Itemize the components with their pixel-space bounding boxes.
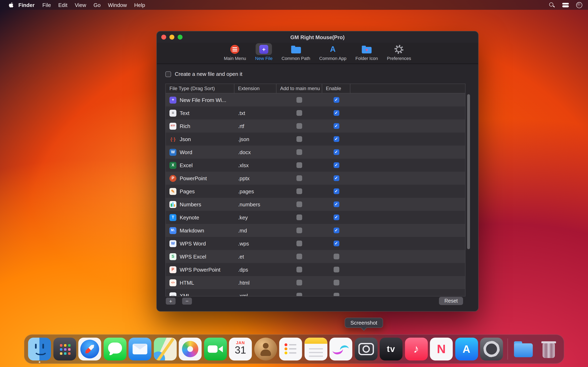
add-to-main-menu-checkbox[interactable] [296, 201, 302, 207]
minimize-button[interactable] [169, 35, 174, 40]
dock-freeform[interactable] [329, 338, 352, 360]
dock-launchpad[interactable] [53, 338, 76, 360]
dock-photos[interactable] [179, 338, 202, 360]
enable-checkbox[interactable]: ✓ [333, 241, 339, 246]
tab-folder-icon[interactable]: ♥Folder Icon [354, 43, 380, 61]
add-to-main-menu-checkbox[interactable] [296, 280, 302, 285]
table-scrollbar[interactable] [467, 94, 470, 249]
add-to-main-menu-checkbox[interactable] [296, 175, 302, 181]
add-to-main-menu-checkbox[interactable] [296, 110, 302, 116]
menu-window[interactable]: Window [108, 2, 127, 8]
table-row[interactable]: ≡Text.txt✓ [166, 106, 465, 119]
search-icon[interactable] [549, 2, 555, 8]
menu-view[interactable]: View [75, 2, 86, 8]
enable-checkbox[interactable]: ✓ [333, 188, 339, 194]
column-header[interactable]: Enable [322, 84, 350, 93]
apple-menu-icon[interactable] [8, 2, 14, 8]
dock-facetime[interactable] [204, 338, 227, 360]
table-row[interactable]: ✎Pages.pages✓ [166, 185, 465, 198]
dock-downloads[interactable] [512, 338, 535, 360]
enable-checkbox[interactable]: ✓ [333, 227, 339, 233]
enable-checkbox[interactable]: ✓ [333, 175, 339, 181]
add-to-main-menu-checkbox[interactable] [296, 162, 302, 168]
dock-appletv[interactable]: tv [380, 338, 403, 360]
remove-row-button[interactable]: − [182, 298, 192, 305]
tab-preferences[interactable]: Preferences [385, 43, 413, 61]
enable-checkbox[interactable] [333, 293, 339, 296]
dock-mail[interactable] [129, 338, 151, 360]
add-to-main-menu-checkbox[interactable] [296, 123, 302, 129]
enable-checkbox[interactable] [333, 267, 339, 272]
add-to-main-menu-checkbox[interactable] [296, 215, 302, 220]
dock-appstore[interactable]: A [455, 338, 478, 360]
dock-messages[interactable] [104, 338, 126, 360]
close-button[interactable] [161, 35, 166, 40]
table-row[interactable]: WWord.docx✓ [166, 146, 465, 159]
enable-checkbox[interactable]: ✓ [333, 215, 339, 220]
dock-safari[interactable] [78, 338, 101, 360]
active-app-name[interactable]: Finder [18, 2, 35, 8]
add-to-main-menu-checkbox[interactable] [296, 149, 302, 155]
tab-new-file[interactable]: +New File [253, 43, 275, 61]
control-center-icon[interactable] [562, 3, 569, 7]
column-header[interactable]: Add to main menu [277, 84, 322, 93]
add-to-main-menu-checkbox[interactable] [296, 293, 302, 296]
table-row[interactable]: <>XML.xml [166, 289, 465, 296]
table-row[interactable]: {·}Json.json✓ [166, 133, 465, 146]
menu-help[interactable]: Help [134, 2, 145, 8]
table-row[interactable]: SWPS Excel.et [166, 250, 465, 263]
enable-checkbox[interactable]: ✓ [333, 97, 339, 103]
table-row[interactable]: +New File From Wi...✓ [166, 93, 465, 106]
table-row[interactable]: Numbers.numbers✓ [166, 198, 465, 211]
dock-notes[interactable] [304, 338, 327, 360]
tab-common-app[interactable]: ACommon App [317, 43, 348, 61]
reset-button[interactable]: Reset [439, 297, 463, 305]
dock-reminders[interactable] [279, 338, 302, 360]
table-row[interactable]: TKeynote.key✓ [166, 211, 465, 224]
dock-contacts[interactable] [254, 338, 277, 360]
add-to-main-menu-checkbox[interactable] [296, 267, 302, 272]
tab-main-menu[interactable]: Main Menu [222, 43, 248, 61]
table-row[interactable]: WWPS Word.wps✓ [166, 237, 465, 250]
dock-screenshot[interactable] [355, 338, 378, 360]
add-to-main-menu-checkbox[interactable] [296, 97, 302, 103]
title-bar[interactable]: GM Right Mouse(Pro) [157, 31, 478, 43]
dock-trash[interactable] [537, 338, 560, 360]
table-row[interactable]: PPowerPoint.pptx✓ [166, 172, 465, 185]
table-row[interactable]: </>HTML.html [166, 276, 465, 289]
dock-settings[interactable] [480, 338, 503, 360]
add-to-main-menu-checkbox[interactable] [296, 188, 302, 194]
file-extension: .txt [234, 106, 277, 119]
enable-checkbox[interactable]: ✓ [333, 149, 339, 155]
column-header[interactable]: File Type (Drag Sort) [166, 84, 234, 93]
add-to-main-menu-checkbox[interactable] [296, 254, 302, 259]
menu-edit[interactable]: Edit [58, 2, 67, 8]
add-to-main-menu-checkbox[interactable] [296, 227, 302, 233]
zoom-button[interactable] [178, 35, 182, 40]
dock-maps[interactable] [154, 338, 177, 360]
table-row[interactable]: XExcel.xlsx✓ [166, 159, 465, 172]
enable-checkbox[interactable]: ✓ [333, 201, 339, 207]
table-row[interactable]: RTFRich.rtf✓ [166, 119, 465, 133]
table-row[interactable]: M↓Markdown.md✓ [166, 224, 465, 237]
dock-music[interactable]: ♪ [405, 338, 428, 360]
add-to-main-menu-checkbox[interactable] [296, 241, 302, 246]
create-new-file-checkbox[interactable] [165, 71, 171, 77]
menu-go[interactable]: Go [94, 2, 101, 8]
dock-finder[interactable] [28, 338, 51, 360]
add-row-button[interactable]: + [166, 298, 176, 305]
enable-checkbox[interactable]: ✓ [333, 162, 339, 168]
dock-news[interactable]: N [430, 338, 453, 360]
column-header[interactable]: Extension [234, 84, 277, 93]
enable-checkbox[interactable] [333, 280, 339, 285]
table-row[interactable]: PWPS PowerPoint.dps [166, 263, 465, 276]
enable-checkbox[interactable] [333, 254, 339, 259]
enable-checkbox[interactable]: ✓ [333, 110, 339, 116]
tab-common-path[interactable]: Common Path [279, 43, 312, 61]
add-to-main-menu-checkbox[interactable] [296, 136, 302, 142]
enable-checkbox[interactable]: ✓ [333, 136, 339, 142]
menu-file[interactable]: File [42, 2, 51, 8]
menu-extra-icon[interactable] [576, 2, 582, 8]
dock-calendar[interactable]: JAN31 [229, 338, 252, 360]
enable-checkbox[interactable]: ✓ [333, 123, 339, 129]
